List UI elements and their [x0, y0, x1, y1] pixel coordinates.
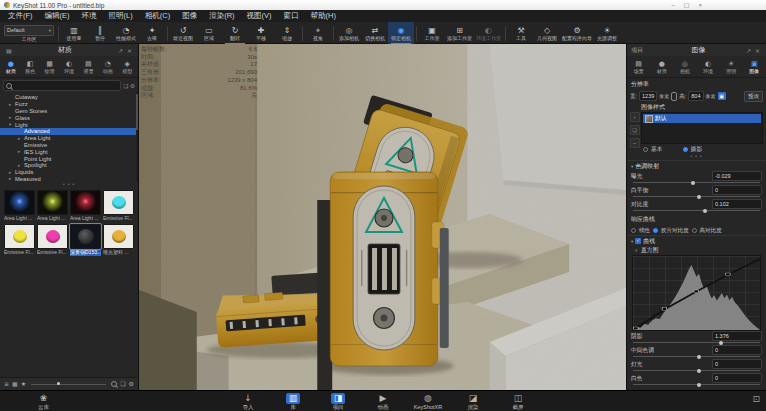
add-style-icon[interactable]: ＋ — [630, 112, 640, 122]
curve-point[interactable] — [634, 327, 638, 330]
tree-item-fuzz[interactable]: ▸Fuzz — [0, 101, 138, 108]
curve-point[interactable] — [694, 290, 698, 293]
thumbnail-size-slider[interactable] — [31, 384, 106, 385]
grid-view-icon[interactable]: ▦ — [12, 378, 18, 390]
library-menu-icon[interactable]: ▤ — [4, 47, 14, 54]
slider-thumb[interactable] — [697, 383, 701, 387]
zoom-search-icon[interactable] — [111, 381, 117, 387]
list-view-icon[interactable]: ≡ — [4, 378, 9, 390]
material-thumbnail[interactable]: Area Light ... — [37, 190, 68, 222]
tree-item-point-light[interactable]: Point Light — [0, 155, 138, 162]
performance-mode-button[interactable]: ◔性能模式 — [113, 22, 139, 44]
duplicate-style-icon[interactable]: ❏ — [630, 125, 640, 135]
material-preview-emissive-magenta[interactable] — [37, 224, 68, 249]
region-button[interactable]: ▭区域 — [196, 22, 222, 44]
tree-item-measured[interactable]: ▸Measured — [0, 176, 138, 183]
radio-linear[interactable] — [631, 228, 636, 233]
contrast-slider[interactable] — [633, 208, 760, 213]
scrollbar[interactable] — [136, 92, 138, 182]
material-thumbnail[interactable]: 哑光塑料 ... — [103, 224, 134, 256]
tree-item-advanced[interactable]: Advanced — [0, 128, 138, 135]
configurator-wizard-button[interactable]: ⚙配置程序向导 — [560, 22, 594, 44]
pan-button[interactable]: ✚平移 — [248, 22, 274, 44]
material-preview-emissive-yellow[interactable] — [4, 224, 35, 249]
width-field[interactable]: 1239 — [639, 91, 657, 101]
switch-camera-button[interactable]: ⇄切换相机 — [362, 22, 388, 44]
search-box[interactable] — [3, 80, 121, 91]
undock-icon[interactable]: ↗ — [744, 47, 753, 54]
project-toggle-button[interactable]: ◨项目 — [320, 391, 356, 411]
material-thumbnail[interactable]: Area Light ... — [4, 190, 35, 222]
slider-thumb[interactable] — [57, 382, 60, 385]
material-preview-brass[interactable] — [70, 224, 101, 249]
maximize-button[interactable]: ▢ — [684, 0, 690, 10]
menu-render[interactable]: 渲染(R) — [203, 11, 240, 21]
histogram-toggle[interactable]: ＋ 直方图 — [627, 246, 766, 254]
workspace-selector[interactable]: Default ▾ 工作区 — [4, 25, 54, 42]
slider-thumb[interactable] — [697, 369, 701, 373]
tab-textures[interactable]: ▦纹理 — [45, 60, 55, 74]
material-thumbnail[interactable]: Emissive Fl... — [103, 190, 134, 222]
tree-item-gem-stones[interactable]: Gem Stones — [0, 108, 138, 115]
tab-environment[interactable]: ◐环境 — [703, 60, 713, 74]
curve-header[interactable]: ▾ ✓ 曲线 — [627, 235, 766, 246]
environment-studio-button[interactable]: ◐环境工作室 — [474, 22, 503, 44]
close-icon[interactable]: × — [125, 47, 134, 54]
tab-lighting[interactable]: ☀照明 — [726, 60, 736, 74]
realtime-viewport[interactable]: 每秒帧数:6.6 时间:30s 采样值:17 三角形:201,690 分辨率:1… — [139, 44, 626, 390]
slider-thumb[interactable] — [703, 209, 707, 213]
tone-mapping-header[interactable]: ▾ 色调映射 — [627, 160, 766, 171]
pause-button[interactable]: ‖暂停 — [87, 22, 113, 44]
radio-high-contrast[interactable] — [692, 228, 697, 233]
tab-backplates[interactable]: ▤背景 — [83, 60, 93, 74]
menu-lighting[interactable]: 照明(L) — [103, 11, 139, 21]
menu-window[interactable]: 窗口 — [278, 11, 305, 21]
folder-icon[interactable]: ❏ — [123, 83, 128, 89]
radio-photographic[interactable] — [683, 147, 688, 152]
cloud-library-button[interactable]: ❀ 云库 — [38, 393, 49, 411]
render-button[interactable]: ◪渲染 — [455, 391, 491, 411]
curve-checkbox[interactable]: ✓ — [635, 238, 641, 244]
radio-basic[interactable] — [643, 147, 648, 152]
tree-item-ies-light[interactable]: ▸IES Light — [0, 148, 138, 155]
tab-colors[interactable]: ◧颜色 — [25, 60, 35, 74]
add-studio-button[interactable]: ⊞添加工作室 — [445, 22, 474, 44]
perspective-button[interactable]: ⌖视角 — [305, 22, 331, 44]
tab-camera[interactable]: ◎相机 — [680, 60, 690, 74]
delete-style-icon[interactable]: − — [630, 138, 640, 148]
lock-camera-button[interactable]: ◉锁定相机 — [388, 22, 414, 44]
tools-button[interactable]: ⚒工具 — [508, 22, 534, 44]
material-thumbnail[interactable]: Emissive Fl... — [37, 224, 68, 256]
tree-item-area-light[interactable]: ▸Area Light — [0, 135, 138, 142]
exposure-slider[interactable] — [633, 180, 760, 185]
dolly-button[interactable]: ⇕缩放 — [274, 22, 300, 44]
whites-slider[interactable] — [633, 382, 760, 387]
white-balance-slider[interactable] — [633, 194, 760, 199]
slider-thumb[interactable] — [697, 195, 701, 199]
gear-icon[interactable]: ⚙ — [130, 83, 135, 89]
geometry-view-button[interactable]: ◇几何视图 — [534, 22, 560, 44]
light-manager-button[interactable]: ☀光源调整 — [594, 22, 620, 44]
tree-item-emissive[interactable]: Emissive — [0, 142, 138, 149]
close-button[interactable]: × — [698, 0, 702, 10]
region-capture-icon[interactable]: ⊡ — [752, 394, 760, 404]
material-preview-emissive-cyan[interactable] — [103, 190, 134, 215]
menu-help[interactable]: 帮助(H) — [305, 11, 342, 21]
tree-item-cutaway[interactable]: Cutaway — [0, 94, 138, 101]
slider-thumb[interactable] — [691, 181, 695, 185]
cpu-usage-button[interactable]: ▥使用量 — [61, 22, 87, 44]
denoise-button[interactable]: ✦去噪 — [139, 22, 165, 44]
tab-material[interactable]: ●材质 — [657, 60, 667, 74]
add-folder-icon[interactable]: ❏ — [120, 378, 125, 390]
menu-edit[interactable]: 编辑(E) — [39, 11, 76, 21]
menu-environment[interactable]: 环境 — [76, 11, 103, 21]
tab-animations[interactable]: ◔动画 — [103, 60, 113, 74]
slider-thumb[interactable] — [719, 341, 723, 345]
tree-item-light[interactable]: ▾Light — [0, 121, 138, 128]
link-resolution-icon[interactable] — [671, 92, 677, 101]
shadows-slider[interactable] — [633, 340, 760, 345]
material-thumbnail-selected[interactable]: 深黄铜D153... — [70, 224, 101, 256]
highlights-slider[interactable] — [633, 368, 760, 373]
midtones-slider[interactable] — [633, 354, 760, 359]
curve-point[interactable] — [726, 273, 730, 276]
